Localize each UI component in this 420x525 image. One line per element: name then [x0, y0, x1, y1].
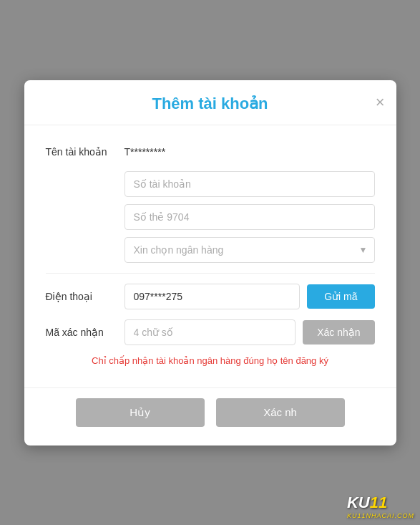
- verification-input[interactable]: [124, 319, 296, 345]
- modal-body: Tên tài khoản T********* Xin chọn ngân h…: [24, 125, 396, 387]
- modal-overlay: Thêm tài khoản × Tên tài khoản T********…: [0, 0, 420, 525]
- add-account-modal: Thêm tài khoản × Tên tài khoản T********…: [24, 80, 396, 445]
- bank-select[interactable]: Xin chọn ngân hàng Vietcombank Vietinban…: [124, 237, 375, 263]
- account-name-value: T*********: [124, 140, 375, 164]
- modal-header: Thêm tài khoản ×: [24, 80, 396, 125]
- phone-row: Điện thoại Gửi mã: [46, 284, 375, 309]
- send-code-button[interactable]: Gửi mã: [307, 284, 374, 309]
- account-name-row: Tên tài khoản T********* Xin chọn ngân h…: [46, 140, 375, 263]
- verification-row: Mã xác nhận Xác nhận: [46, 319, 375, 345]
- final-confirm-button[interactable]: Xác nh: [216, 398, 345, 427]
- warning-text: Chỉ chấp nhận tài khoản ngân hàng đúng h…: [46, 355, 375, 366]
- cancel-button[interactable]: Hủy: [76, 398, 205, 427]
- phone-label: Điện thoại: [46, 291, 124, 302]
- brand-ku: KU: [347, 493, 370, 511]
- card-number-input[interactable]: [124, 204, 375, 230]
- brand-domain: KU11NHACAI.COM: [347, 512, 414, 519]
- brand-logo: KU11 KU11NHACAI.COM: [347, 493, 414, 519]
- divider-1: [46, 273, 375, 274]
- verification-label: Mã xác nhận: [46, 327, 124, 338]
- modal-footer: Hủy Xác nh: [24, 387, 396, 431]
- account-name-label: Tên tài khoản: [46, 140, 124, 158]
- close-button[interactable]: ×: [376, 95, 385, 110]
- phone-input[interactable]: [124, 284, 301, 309]
- bank-select-wrapper: Xin chọn ngân hàng Vietcombank Vietinban…: [124, 237, 375, 263]
- brand-num: 11: [370, 493, 387, 511]
- modal-title: Thêm tài khoản: [152, 95, 268, 112]
- account-number-input[interactable]: [124, 171, 375, 197]
- account-fields: T********* Xin chọn ngân hàng Vietcomban…: [124, 140, 375, 263]
- verify-button[interactable]: Xác nhận: [303, 320, 374, 345]
